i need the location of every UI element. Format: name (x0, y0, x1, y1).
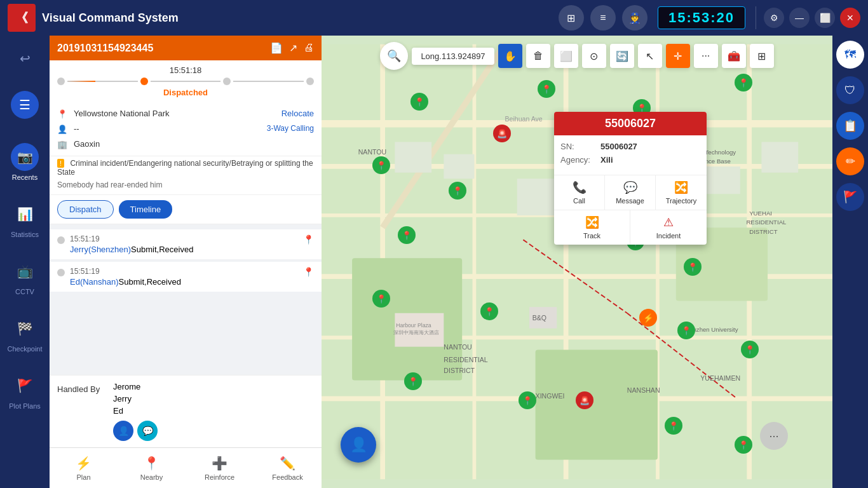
map-marker-green-18[interactable]: 📍 (735, 436, 752, 454)
title-icons: ⊞ ≡ 👮 (559, 5, 648, 30)
sidebar-back-button[interactable]: ↩ (0, 41, 50, 76)
popup-call-button[interactable]: 📞 Call (554, 175, 605, 210)
maximize-button[interactable]: ⬜ (815, 8, 835, 28)
map-marker-red-1[interactable]: 🚨 (493, 125, 511, 142)
avatar-person-button[interactable]: 👤 (113, 421, 133, 441)
map-marker-green-10[interactable]: 📍 (684, 258, 702, 276)
map-marker-green-8[interactable]: 📍 (398, 226, 416, 244)
map-marker-green-13[interactable]: 📍 (677, 322, 695, 339)
map-tool-target[interactable]: ⊙ (582, 44, 606, 68)
map-popup: 55006027 SN: 55006027 Agency: Xili 📞 (554, 112, 707, 245)
popup-message-button[interactable]: 💬 Message (605, 175, 656, 210)
map-marker-green-11[interactable]: 📍 (372, 290, 390, 308)
svg-text:XINGWEI: XINGWEI (536, 392, 565, 400)
timeline-bar: 15:51:18 Dispatched (50, 60, 322, 102)
three-way-calling-label[interactable]: 3-Way Calling (267, 124, 314, 133)
popup-title: 55006027 (605, 117, 656, 130)
nav-feedback-label: Feedback (272, 473, 302, 481)
map-tool-select[interactable]: ⬜ (554, 44, 578, 68)
map-tool-hand[interactable]: ✋ (498, 44, 522, 68)
popup-incident-button[interactable]: ⚠ Incident (630, 210, 707, 245)
minimize-button[interactable]: — (789, 8, 810, 28)
avatar-message-button[interactable]: 💬 (137, 421, 158, 441)
svg-text:NANTOU: NANTOU (444, 343, 471, 351)
event-link-2[interactable]: Ed(Nanshan) (70, 277, 119, 287)
event-dot-1 (57, 236, 65, 244)
clock-display: 15:53:20 (658, 6, 745, 29)
map-marker-red-incident[interactable]: 🚨 (576, 391, 593, 409)
nav-plan[interactable]: ⚡ Plan (50, 452, 118, 485)
menu-icon: ☰ (11, 91, 39, 119)
svg-rect-17 (444, 154, 474, 179)
tab-timeline[interactable]: Timeline (119, 200, 173, 219)
right-sidebar-map-button[interactable]: 🗺 (836, 41, 864, 69)
map-marker-green-15[interactable]: 📍 (404, 372, 422, 390)
case-doc-icon[interactable]: 📄 (270, 42, 283, 54)
sidebar-item-recents[interactable]: 📷 Recents (0, 133, 50, 191)
map-marker-green-12[interactable]: 📍 (480, 302, 498, 320)
map-tool-arrow[interactable]: ↖ (638, 44, 662, 68)
event-location-icon-1[interactable]: 📍 (303, 234, 314, 245)
map-marker-green-16[interactable]: 📍 (519, 391, 536, 409)
bottom-nav: ⚡ Plan 📍 Nearby ➕ Reinforce ✏️ Feedback (50, 447, 322, 488)
map-marker-green-6[interactable]: 📍 (449, 182, 466, 200)
map-svg: NANTOU NANTOU RESIDENTIAL DISTRICT XINGW… (322, 36, 832, 488)
nav-reinforce[interactable]: ➕ Reinforce (186, 452, 254, 485)
map-marker-green-4[interactable]: 📍 (735, 74, 752, 92)
map-marker-green-5[interactable]: 📍 (372, 156, 390, 174)
sidebar-item-plotplans[interactable]: 🚩 Plot Plans (0, 362, 50, 419)
event-link-1[interactable]: Jerry(Shenzhen) (70, 245, 131, 254)
nav-plan-label: Plan (76, 473, 90, 481)
map-tool-delete[interactable]: 🗑 (526, 44, 550, 68)
event-text-1: Jerry(Shenzhen)Submit,Received (70, 245, 298, 254)
officer-icon[interactable]: 👮 (622, 5, 648, 30)
right-sidebar-flag-button[interactable]: 🚩 (836, 183, 864, 211)
message-label: Message (616, 197, 644, 205)
caller-row: 👤 -- 3-Way Calling (57, 124, 314, 134)
sidebar-item-checkpoint[interactable]: 🏁 Checkpoint (0, 305, 50, 362)
right-sidebar-pen-button[interactable]: ✏ (836, 147, 864, 175)
tab-dispatch[interactable]: Dispatch (57, 200, 114, 219)
menu-icon[interactable]: ≡ (590, 5, 616, 30)
more-options-button[interactable]: ··· (760, 422, 788, 450)
close-button[interactable]: ✕ (840, 8, 860, 28)
map-search-button[interactable]: 🔍 (380, 42, 408, 70)
event-dot-2 (57, 269, 65, 276)
event-location-icon-2[interactable]: 📍 (303, 267, 314, 277)
sidebar-item-cctv[interactable]: 📺 CCTV (0, 248, 50, 305)
caller-icon: 👤 (57, 125, 69, 134)
map-tool-briefcase[interactable]: 🧰 (722, 44, 746, 68)
settings-button[interactable]: ⚙ (764, 8, 784, 28)
map-marker-green-14[interactable]: 📍 (741, 341, 759, 358)
org-text: Gaoxin (74, 139, 100, 149)
timeline-track (57, 78, 314, 85)
grid-icon[interactable]: ⊞ (559, 5, 584, 30)
sidebar-item-menu[interactable]: ☰ (0, 76, 50, 133)
right-sidebar-clipboard-button[interactable]: 📋 (836, 112, 864, 140)
map-marker-green-2[interactable]: 📍 (538, 80, 555, 98)
right-sidebar-shield-button[interactable]: 🛡 (836, 76, 864, 104)
popup-track-button[interactable]: 🔀 Track (554, 210, 630, 245)
nav-feedback[interactable]: ✏️ Feedback (254, 452, 322, 485)
popup-trajectory-button[interactable]: 🔀 Trajectory (656, 175, 707, 210)
case-export-icon[interactable]: ↗ (289, 42, 297, 54)
map-marker-green-17[interactable]: 📍 (665, 417, 682, 435)
sidebar-item-statistics[interactable]: 📊 Statistics (0, 191, 50, 248)
map-tool-grid[interactable]: ⊞ (750, 44, 774, 68)
relocate-button[interactable]: Relocate (281, 109, 314, 118)
map-marker-green-1[interactable]: 📍 (410, 93, 428, 111)
map-area[interactable]: NANTOU NANTOU RESIDENTIAL DISTRICT XINGW… (322, 36, 832, 488)
fab-person-button[interactable]: 👤 (341, 427, 376, 463)
nav-reinforce-label: Reinforce (205, 473, 234, 481)
handled-avatars: 👤 💬 (113, 421, 314, 441)
sidebar-label-plotplans: Plot Plans (9, 402, 41, 410)
case-print-icon[interactable]: 🖨 (304, 42, 314, 54)
popup-sn-row: SN: 55006027 (560, 142, 700, 151)
nav-nearby[interactable]: 📍 Nearby (118, 452, 186, 485)
map-tool-more[interactable]: ··· (694, 44, 718, 68)
popup-header: 55006027 (554, 112, 707, 135)
map-tool-crosshair[interactable]: ✛ (666, 44, 690, 68)
map-tool-rotate[interactable]: 🔄 (610, 44, 634, 68)
map-marker-orange-1[interactable]: ⚡ (639, 309, 657, 327)
svg-rect-14 (536, 349, 658, 459)
